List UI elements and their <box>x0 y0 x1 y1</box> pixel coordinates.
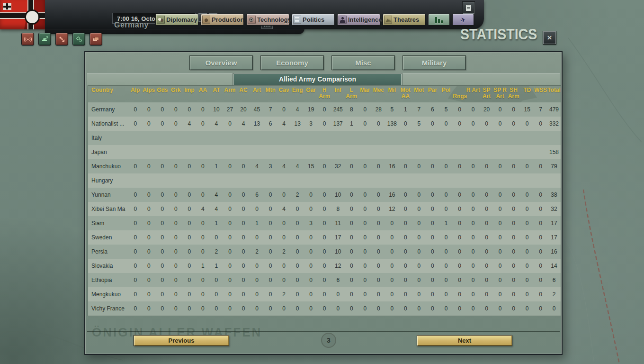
value-cell: 0 <box>142 102 156 117</box>
value-cell: 0 <box>318 287 331 301</box>
column-header: Alp <box>129 86 143 103</box>
value-cell: 0 <box>142 287 156 301</box>
value-cell: 0 <box>372 259 385 273</box>
menu-tab-diplomacy[interactable]: Diplomacy <box>155 14 198 26</box>
value-cell <box>493 145 507 159</box>
value-cell: 0 <box>129 159 143 173</box>
column-header: Mtn <box>264 86 277 103</box>
value-cell: 0 <box>453 117 466 131</box>
value-cell: 0 <box>534 287 547 301</box>
value-cell <box>156 131 170 145</box>
country-cell: Slovakia <box>88 259 129 273</box>
column-header: AC <box>237 86 250 103</box>
value-cell: 0 <box>358 301 372 316</box>
value-cell: 0 <box>520 230 534 245</box>
close-button[interactable]: × <box>543 31 556 44</box>
value-cell <box>142 145 156 159</box>
air-statistics-button[interactable]: ✈ <box>452 14 474 26</box>
value-cell: 0 <box>277 102 291 117</box>
value-cell: 0 <box>426 159 439 173</box>
gears-icon <box>75 36 83 43</box>
country-cell: Siam <box>88 216 129 230</box>
value-cell <box>196 131 210 145</box>
land-units-button[interactable] <box>38 33 51 46</box>
top-menu-bar: 7:00 16, October 1941 ▲ + − Germany Dipl… <box>0 0 484 29</box>
value-cell: 0 <box>466 230 480 245</box>
value-cell: 3 <box>304 117 318 131</box>
radio-waves-button[interactable] <box>21 33 34 46</box>
table-subtitle: Allied Army Comparison <box>233 73 402 85</box>
menu-tab-label: Politics <box>303 16 324 23</box>
value-cell: 0 <box>358 117 372 131</box>
value-cell: 0 <box>385 216 399 230</box>
gears-button[interactable] <box>72 33 85 46</box>
value-cell: 1 <box>196 259 210 273</box>
value-cell <box>156 173 170 188</box>
value-cell: 0 <box>264 216 277 230</box>
value-cell: 0 <box>237 245 250 259</box>
value-cell: 0 <box>466 102 480 117</box>
menu-tab-theatres[interactable]: Theatres <box>383 14 426 26</box>
movement-path-button[interactable] <box>55 33 68 46</box>
value-cell <box>291 145 304 159</box>
value-cell: 0 <box>142 188 156 202</box>
value-cell: 0 <box>534 245 547 259</box>
value-cell: 0 <box>223 273 237 287</box>
value-cell <box>318 131 331 145</box>
message-log-icon[interactable] <box>463 2 474 14</box>
value-cell: 0 <box>237 188 250 202</box>
value-cell: 0 <box>399 230 412 245</box>
value-cell: 0 <box>142 117 156 131</box>
value-cell: 0 <box>142 159 156 173</box>
previous-page-button[interactable]: Previous <box>134 335 229 346</box>
value-cell: 0 <box>169 117 183 131</box>
value-cell: 0 <box>345 301 358 316</box>
menu-tab-production[interactable]: Production <box>201 14 244 26</box>
value-cell: 0 <box>250 202 264 216</box>
value-cell: 0 <box>196 287 210 301</box>
value-cell: 0 <box>304 245 318 259</box>
value-cell: 0 <box>264 202 277 216</box>
value-cell <box>345 145 358 159</box>
country-cell: Sweden <box>88 230 129 245</box>
value-cell <box>399 173 412 188</box>
country-flag[interactable] <box>0 0 45 29</box>
value-cell: 0 <box>237 159 250 173</box>
tab-misc[interactable]: Misc <box>331 55 395 70</box>
column-header: HArm <box>318 86 331 103</box>
value-cell: 0 <box>547 301 561 316</box>
menu-tab-intelligence[interactable]: Intelligence <box>337 14 380 26</box>
column-header: Mec <box>372 86 385 103</box>
value-cell <box>412 131 426 145</box>
value-cell: 0 <box>480 159 493 173</box>
value-cell: 0 <box>223 159 237 173</box>
value-cell: 0 <box>520 117 534 131</box>
value-cell: 0 <box>223 230 237 245</box>
value-cell: 0 <box>264 273 277 287</box>
value-cell: 0 <box>372 188 385 202</box>
value-cell <box>331 145 345 159</box>
value-cell: 12 <box>385 202 399 216</box>
value-cell: 0 <box>520 259 534 273</box>
tab-economy[interactable]: Economy <box>260 55 324 70</box>
next-page-button[interactable]: Next <box>417 335 512 346</box>
value-cell: 0 <box>183 273 197 287</box>
menu-tab-politics[interactable]: Politics <box>292 14 335 26</box>
value-cell: 0 <box>493 202 507 216</box>
value-cell: 17 <box>547 216 561 230</box>
army-statistics-button[interactable] <box>428 14 450 26</box>
value-cell: 15 <box>520 102 534 117</box>
value-cell: 0 <box>426 245 439 259</box>
tab-military[interactable]: Military <box>402 55 466 70</box>
value-cell <box>196 173 210 188</box>
value-cell: 0 <box>399 216 412 230</box>
files-folder-button[interactable] <box>89 33 102 46</box>
value-cell: 32 <box>547 202 561 216</box>
value-cell: 0 <box>466 202 480 216</box>
value-cell: 0 <box>534 273 547 287</box>
value-cell <box>372 145 385 159</box>
tab-overview[interactable]: Overview <box>189 55 253 70</box>
menu-tab-technology[interactable]: Technology <box>246 14 289 26</box>
menu-tab-label: Technology <box>257 16 291 23</box>
value-cell <box>520 145 534 159</box>
